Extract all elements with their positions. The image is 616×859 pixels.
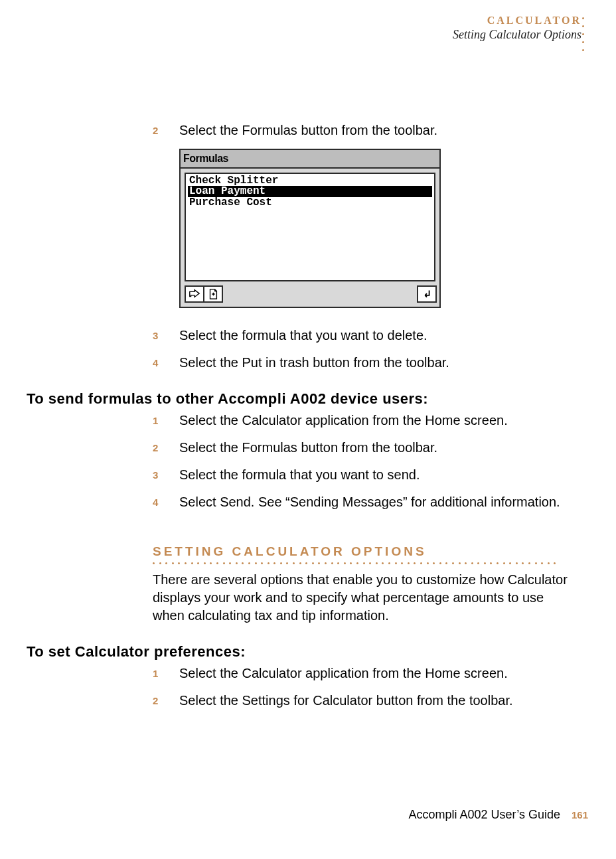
step-item: 3 Select the formula that you want to de… — [153, 327, 570, 345]
list-item[interactable]: Check Splitter — [188, 175, 432, 187]
send-icon[interactable] — [185, 285, 204, 303]
footer-page-number: 161 — [572, 809, 588, 820]
step-item: 2 Select the Settings for Calculator but… — [153, 692, 570, 710]
header-section: Setting Calculator Options — [27, 28, 581, 42]
step-item: 4 Select the Put in trash button from th… — [153, 354, 570, 372]
footer-guide-title: Accompli A002 User’s Guide — [409, 808, 560, 821]
step-number: 4 — [153, 493, 179, 509]
step-number: 4 — [153, 354, 179, 370]
toolbar-left-group — [185, 285, 222, 303]
decorative-dots-vertical — [582, 17, 584, 51]
formulas-listbox[interactable]: Check Splitter Loan Payment Purchase Cos… — [185, 173, 435, 281]
subheading-preferences: To set Calculator preferences: — [27, 643, 589, 661]
step-text: Select the Calculator application from t… — [179, 664, 570, 682]
dialog-title: Formulas — [181, 150, 439, 169]
step-item: 1 Select the Calculator application from… — [153, 412, 570, 430]
step-number: 1 — [153, 412, 179, 428]
step-item: 2 Select the Formulas button from the to… — [153, 439, 570, 457]
step-text: Select Send. See “Sending Messages” for … — [179, 493, 570, 511]
step-text: Select the Calculator application from t… — [179, 412, 570, 430]
content-block-delete: 2 Select the Formulas button from the to… — [153, 121, 570, 372]
step-number: 2 — [153, 692, 179, 708]
header-chapter: CALCULATOR — [27, 15, 581, 27]
section-heading: SETTING CALCULATOR OPTIONS — [153, 543, 570, 560]
content-block-preferences: 1 Select the Calculator application from… — [153, 664, 570, 710]
step-number: 1 — [153, 664, 179, 680]
step-text: Select the Formulas button from the tool… — [179, 121, 570, 139]
new-document-icon[interactable] — [203, 285, 223, 303]
step-item: 2 Select the Formulas button from the to… — [153, 121, 570, 139]
list-item-selected[interactable]: Loan Payment — [188, 186, 432, 197]
dialog-toolbar — [181, 285, 439, 307]
page-header: CALCULATOR Setting Calculator Options — [27, 15, 589, 42]
step-item: 1 Select the Calculator application from… — [153, 664, 570, 682]
step-text: Select the Formulas button from the tool… — [179, 439, 570, 457]
formulas-dialog-screenshot: Formulas Check Splitter Loan Payment Pur… — [179, 149, 441, 308]
content-block-send: 1 Select the Calculator application from… — [153, 412, 570, 625]
page-footer: Accompli A002 User’s Guide 161 — [409, 808, 589, 822]
step-text: Select the Settings for Calculator butto… — [179, 692, 570, 710]
section-paragraph: There are several options that enable yo… — [153, 571, 570, 625]
list-item[interactable]: Purchase Cost — [188, 197, 432, 208]
back-icon[interactable] — [417, 285, 437, 303]
step-item: 4 Select Send. See “Sending Messages” fo… — [153, 493, 570, 511]
step-text: Select the Put in trash button from the … — [179, 354, 570, 372]
step-number: 2 — [153, 439, 179, 455]
step-text: Select the formula that you want to dele… — [179, 327, 570, 345]
step-text: Select the formula that you want to send… — [179, 466, 570, 484]
decorative-dots-horizontal — [153, 562, 564, 564]
step-number: 3 — [153, 327, 179, 343]
subheading-send-formulas: To send formulas to other Accompli A002 … — [27, 390, 589, 408]
step-number: 3 — [153, 466, 179, 482]
step-item: 3 Select the formula that you want to se… — [153, 466, 570, 484]
step-number: 2 — [153, 121, 179, 137]
